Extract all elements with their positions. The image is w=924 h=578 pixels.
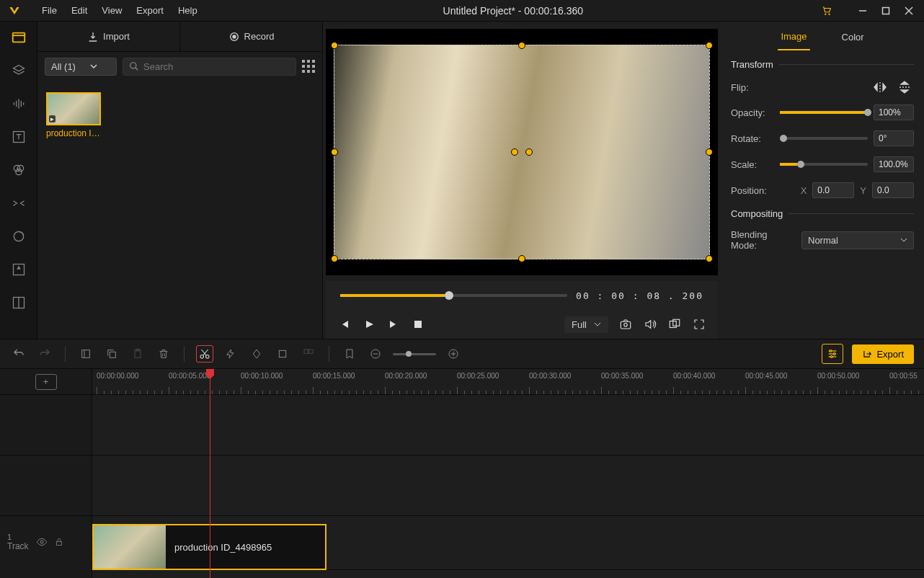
scale-slider[interactable] [780,163,868,166]
opacity-slider[interactable] [780,111,868,114]
record-tab[interactable]: Record [180,22,322,51]
blend-label: Blending Mode: [731,229,796,251]
media-filter-dropdown[interactable]: All (1) [45,58,117,76]
scrub-track[interactable] [340,294,567,297]
ruler-mark: 00:00:35.000 [601,372,643,380]
properties-panel: Image Color Transform Flip: Opacity: 100… [721,22,924,339]
clip-label: production ID_4498965 [166,542,280,553]
lock-icon[interactable] [55,537,63,547]
play-button[interactable] [362,317,376,332]
transform-header: Transform [731,59,914,70]
ruler-mark: 00:00:05.000 [169,372,210,380]
menu-file[interactable]: File [35,5,64,16]
ruler-mark: 00:00:00.000 [97,372,138,380]
svg-rect-28 [307,65,310,68]
svg-rect-24 [302,60,305,63]
svg-rect-47 [304,350,308,353]
playhead[interactable] [210,369,210,578]
ruler-mark: 00:00:55 [889,372,918,380]
import-tab[interactable]: Import [37,22,180,51]
volume-icon[interactable] [643,317,657,332]
prev-frame-button[interactable] [337,317,352,332]
redo-button[interactable] [36,345,53,363]
delete-button[interactable] [155,345,172,363]
zoom-out-button[interactable] [367,345,384,363]
rotate-slider[interactable] [780,137,868,140]
svg-rect-61 [56,542,61,546]
split-icon[interactable] [10,294,27,311]
svg-point-59 [831,356,833,358]
search-box[interactable] [123,58,296,76]
svg-rect-32 [312,70,315,73]
menu-export[interactable]: Export [129,5,171,16]
timeline: + 1 Track 00:00:00.00000:00:05.00000:00:… [0,369,924,578]
svg-point-15 [15,169,21,174]
crop-button[interactable] [274,345,291,363]
rotate-value[interactable]: 0° [874,130,914,146]
detach-icon[interactable] [667,317,682,332]
opacity-value[interactable]: 100% [874,105,914,120]
grid-button[interactable] [300,345,317,363]
menu-view[interactable]: View [94,5,129,16]
keyframe-button[interactable] [248,345,265,363]
split-button[interactable] [196,345,213,363]
search-input[interactable] [143,61,290,72]
undo-button[interactable] [10,345,27,363]
marker-button[interactable] [341,345,358,363]
position-y[interactable]: 0.0 [872,182,914,198]
fullscreen-icon[interactable] [692,317,706,332]
flip-vertical-button[interactable] [895,80,914,94]
close-button[interactable] [904,6,914,16]
svg-rect-6 [12,33,25,43]
position-x[interactable]: 0.0 [812,182,854,198]
svg-point-60 [40,541,43,543]
preview-stage[interactable] [326,29,718,275]
tab-image[interactable]: Image [778,24,809,50]
layers-icon[interactable] [10,62,27,79]
zoom-slider[interactable] [393,353,436,355]
media-thumbnail [46,92,101,125]
visibility-icon[interactable] [36,536,48,548]
add-track-button[interactable]: + [35,374,57,390]
blend-mode-select[interactable]: Normal [801,231,914,249]
paste-button[interactable] [129,345,146,363]
svg-rect-3 [883,7,889,14]
next-frame-button[interactable] [386,317,401,332]
menu-edit[interactable]: Edit [64,5,94,16]
media-item[interactable]: production I… [46,92,104,138]
grid-view-icon[interactable] [302,60,315,73]
elements-icon[interactable] [10,261,27,278]
scale-value[interactable]: 100.0% [874,156,914,172]
svg-point-22 [130,63,136,68]
effects-icon[interactable] [10,228,27,245]
copy-button[interactable] [103,345,120,363]
stop-button[interactable] [411,317,425,332]
svg-rect-33 [414,321,422,328]
text-icon[interactable] [10,128,27,146]
svg-point-14 [17,165,23,171]
titlebar: File Edit View Export Help Untitled Proj… [0,0,924,22]
preview-image[interactable] [334,45,710,259]
svg-point-58 [834,353,836,355]
svg-point-21 [233,35,236,38]
export-button[interactable]: Export [852,344,914,364]
transitions-icon[interactable] [10,195,27,212]
cut-button[interactable] [77,345,94,363]
flip-horizontal-button[interactable] [871,80,889,94]
svg-rect-34 [621,321,631,329]
snapshot-icon[interactable] [618,317,633,332]
minimize-button[interactable] [858,6,868,16]
cart-icon[interactable] [822,6,832,16]
media-library-icon[interactable] [10,29,27,46]
zoom-dropdown[interactable]: Full [564,316,608,333]
zoom-in-button[interactable] [445,345,462,363]
audio-icon[interactable] [10,95,27,112]
filters-icon[interactable] [10,161,27,179]
tab-color[interactable]: Color [839,25,867,50]
settings-button[interactable] [822,344,843,364]
ruler-mark: 00:00:50.000 [817,372,859,380]
timeline-ruler[interactable]: 00:00:00.00000:00:05.00000:00:10.00000:0… [92,369,924,395]
speed-button[interactable] [222,345,239,363]
menu-help[interactable]: Help [171,5,205,16]
maximize-button[interactable] [881,6,891,16]
